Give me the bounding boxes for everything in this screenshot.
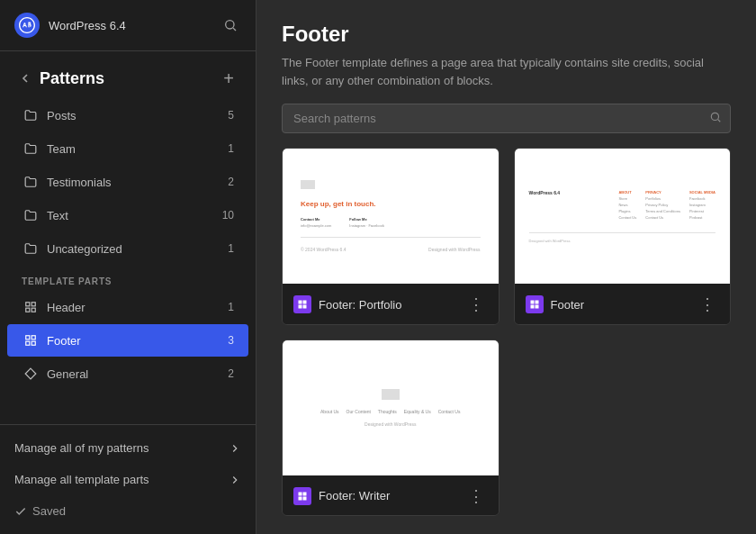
svg-rect-20	[535, 305, 538, 309]
preview-divider	[529, 232, 716, 233]
svg-rect-19	[530, 305, 534, 309]
sidebar-item-text[interactable]: Text 10	[7, 199, 248, 231]
portfolio-preview-content: Keep up, get in touch. Contact Me info@e…	[283, 149, 499, 284]
svg-rect-13	[299, 301, 302, 304]
preview-contact-row: Contact Me info@example.com Follow Me In…	[301, 217, 481, 228]
pattern-card-footer: Footer: Portfolio ⋮	[283, 284, 499, 325]
svg-rect-2	[26, 303, 30, 306]
folder-icon	[22, 240, 40, 258]
preview-writer-logo	[382, 389, 400, 400]
wp-logo-icon	[19, 17, 35, 33]
pattern-card-footer: WordPress 6.4 About Store News Plugins C…	[514, 148, 732, 325]
svg-rect-21	[299, 492, 302, 495]
saved-status: Saved	[0, 495, 256, 527]
chevron-right-icon	[229, 474, 241, 486]
template-parts-section-label: TEMPLATE PARTS	[7, 266, 248, 290]
global-search-button[interactable]	[220, 14, 241, 36]
pattern-preview-footer[interactable]: WordPress 6.4 About Store News Plugins C…	[515, 149, 731, 284]
preview-footer-top: WordPress 6.4 About Store News Plugins C…	[529, 190, 716, 220]
page-title: Footer	[282, 22, 731, 47]
preview-copy: Designed with WordPress	[529, 239, 716, 243]
svg-rect-7	[32, 336, 35, 339]
folder-icon	[22, 206, 40, 224]
writer-preview-content: About Us Our Content Thoughts Equality &…	[283, 340, 499, 475]
sidebar-item-header[interactable]: Header 1	[7, 291, 248, 323]
pattern-type-icon	[293, 295, 311, 313]
sidebar: WordPress 6.4 Patterns + Posts	[0, 0, 256, 534]
svg-rect-3	[32, 303, 35, 306]
svg-rect-23	[299, 496, 302, 500]
svg-rect-18	[535, 301, 538, 304]
back-button[interactable]	[14, 68, 36, 89]
sidebar-item-uncategorized[interactable]: Uncategorized 1	[7, 232, 248, 265]
pattern-type-icon	[293, 487, 311, 505]
pattern-more-options-button[interactable]: ⋮	[696, 293, 719, 316]
svg-rect-16	[303, 305, 307, 309]
wordpress-logo	[14, 13, 40, 38]
folder-icon	[22, 106, 40, 124]
svg-rect-24	[303, 496, 307, 500]
sidebar-footer: Manage all of my patterns Manage all tem…	[0, 424, 256, 534]
manage-template-parts-link[interactable]: Manage all template parts	[0, 464, 256, 495]
pattern-name: Footer: Writer	[319, 489, 464, 502]
sidebar-top-bar: WordPress 6.4	[0, 0, 256, 51]
preview-copy: © 2024 WordPress 6.4 Designed with WordP…	[301, 247, 481, 252]
preview-writer-copy: Designed with WordPress	[364, 421, 416, 427]
search-bar	[282, 104, 731, 133]
preview-divider	[301, 237, 481, 238]
pattern-card-footer: Footer: Writer ⋮	[283, 475, 499, 517]
pattern-preview-writer[interactable]: About Us Our Content Thoughts Equality &…	[283, 340, 499, 475]
pattern-type-icon	[526, 295, 544, 313]
preview-writer-links: About Us Our Content Thoughts Equality &…	[320, 409, 460, 414]
pattern-card-footer-writer: About Us Our Content Thoughts Equality &…	[282, 339, 500, 517]
svg-rect-14	[303, 301, 307, 304]
pattern-more-options-button[interactable]: ⋮	[464, 293, 488, 316]
folder-icon	[22, 173, 40, 191]
manage-patterns-link[interactable]: Manage all of my patterns	[0, 432, 256, 464]
pattern-preview-portfolio[interactable]: Keep up, get in touch. Contact Me info@e…	[283, 149, 499, 284]
preview-logo	[301, 180, 315, 189]
svg-line-1	[233, 28, 236, 31]
svg-rect-5	[32, 308, 35, 312]
sidebar-item-testimonials[interactable]: Testimonials 2	[7, 166, 248, 198]
svg-point-0	[226, 21, 234, 29]
folder-icon	[22, 140, 40, 158]
svg-rect-22	[303, 492, 307, 495]
svg-rect-9	[32, 341, 35, 345]
preview-nav-col-social: Social Media Facebook Instagram Pinteres…	[689, 190, 716, 220]
preview-follow: Follow Me Instagram · Facebook	[349, 217, 384, 228]
patterns-grid: Keep up, get in touch. Contact Me info@e…	[256, 148, 756, 534]
template-part-icon	[529, 299, 540, 310]
sidebar-nav: Posts 5 Team 1 Testimonials 2	[0, 98, 256, 424]
preview-footer-nav: About Store News Plugins Contact Us Priv…	[618, 190, 716, 220]
preview-tagline: Keep up, get in touch.	[301, 200, 481, 208]
footer-preview-content: WordPress 6.4 About Store News Plugins C…	[515, 149, 731, 284]
page-description: The Footer template defines a page area …	[282, 54, 731, 89]
svg-rect-6	[26, 336, 30, 339]
diamond-icon	[22, 365, 40, 383]
svg-marker-10	[25, 368, 36, 379]
pattern-more-options-button[interactable]: ⋮	[464, 484, 488, 508]
template-part-icon	[297, 299, 308, 310]
app-title: WordPress 6.4	[49, 19, 211, 32]
grid-icon	[22, 298, 40, 316]
sidebar-heading: Patterns	[40, 69, 216, 88]
pattern-card-footer-portfolio: Keep up, get in touch. Contact Me info@e…	[282, 148, 500, 325]
grid-icon	[22, 331, 40, 349]
preview-footer-logo: WordPress 6.4	[529, 190, 561, 195]
main-header: Footer The Footer template defines a pag…	[256, 0, 756, 104]
sidebar-item-general[interactable]: General 2	[7, 358, 248, 390]
add-pattern-button[interactable]: +	[216, 66, 241, 91]
preview-nav-col-about: About Store News Plugins Contact Us	[618, 190, 636, 220]
chevron-right-icon	[229, 442, 241, 455]
preview-contact: Contact Me info@example.com	[301, 217, 331, 228]
svg-rect-17	[530, 301, 534, 304]
pattern-name: Footer	[551, 298, 697, 312]
sidebar-item-team[interactable]: Team 1	[7, 132, 248, 165]
patterns-header: Patterns +	[0, 51, 256, 98]
sidebar-item-posts[interactable]: Posts 5	[7, 99, 248, 131]
preview-nav-col-privacy: Privacy Portfolios Privacy Policy Terms …	[645, 190, 680, 220]
check-icon	[14, 505, 27, 518]
search-input[interactable]	[282, 104, 731, 133]
sidebar-item-footer[interactable]: Footer 3	[7, 324, 248, 357]
